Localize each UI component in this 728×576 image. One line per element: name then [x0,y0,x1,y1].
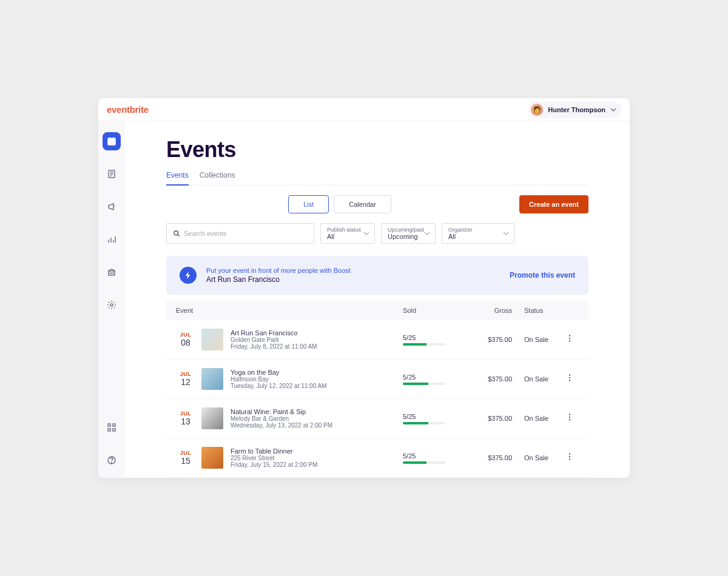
svg-point-25 [569,335,570,337]
chevron-down-icon [363,230,369,236]
event-title: Natural Wine: Paint & Sip [231,408,403,415]
promote-event-link[interactable]: Promote this event [510,271,575,280]
event-list: JUL 08 Art Run San Francisco Golden Gate… [166,320,588,478]
tab-events[interactable]: Events [166,171,189,186]
tab-collections[interactable]: Collections [200,171,235,185]
table-header: Event Sold Gross Status [166,301,588,320]
event-gross: $375.00 [463,454,512,461]
filter-time[interactable]: Upcoming/past Upcoming [381,223,436,244]
event-gross: $375.00 [463,415,512,422]
event-title: Farm to Table Dinner [231,447,403,455]
event-month: JUL [176,450,195,456]
nav-help-icon[interactable] [103,451,121,469]
event-day: 12 [176,377,195,387]
event-sold: 5/25 [403,334,463,346]
chevron-down-icon [503,230,509,236]
event-date: JUL 12 [176,371,195,387]
event-date: JUL 13 [176,410,195,426]
dropdown-label: Upcoming/past [388,227,429,233]
sidebar [98,121,125,478]
event-gross: $375.00 [463,336,512,343]
row-menu-button[interactable] [561,373,579,384]
event-info: Farm to Table Dinner 225 River Street Fr… [231,447,403,468]
svg-point-33 [569,419,570,420]
svg-point-23 [174,231,178,235]
user-name: Hunter Thompson [548,106,605,113]
search-box[interactable] [166,223,314,244]
boost-event-name: Art Run San Francisco [206,275,500,284]
filter-publish-status[interactable]: Publish status All [320,223,375,244]
event-row[interactable]: JUL 12 Yoga on the Bay Halfmoon Bay Tues… [166,360,588,399]
event-info: Art Run San Francisco Golden Gate Park F… [231,329,403,350]
svg-rect-20 [113,429,115,431]
event-sold: 5/25 [403,373,463,385]
event-day: 08 [176,338,195,347]
nav-events-icon[interactable] [103,132,121,150]
event-row[interactable]: JUL 15 Farm to Table Dinner 225 River St… [166,438,588,478]
event-sold: 5/25 [403,413,463,424]
svg-point-32 [569,417,570,418]
svg-point-16 [110,304,113,306]
event-row[interactable]: JUL 08 Art Run San Francisco Golden Gate… [166,320,588,360]
sold-text: 5/25 [403,334,463,341]
brand-logo[interactable]: eventbrite [107,104,149,115]
create-event-button[interactable]: Create an event [519,195,588,213]
view-toggle: List Calendar [288,195,391,213]
event-datetime: Tuesday, July 12, 2022 at 11:00 AM [231,383,403,389]
event-month: JUL [176,371,195,377]
row-menu-button[interactable] [561,413,579,424]
nav-marketing-icon[interactable] [103,198,121,216]
svg-point-26 [569,338,570,339]
boost-text: Put your event in front of more people w… [206,267,500,284]
event-location: Melody Bar & Garden [231,415,403,422]
event-thumbnail [201,329,223,350]
event-location: Golden Gate Park [231,337,403,343]
event-info: Natural Wine: Paint & Sip Melody Bar & G… [231,408,403,429]
row-menu-button[interactable] [561,334,579,345]
col-sold: Sold [403,307,463,314]
event-title: Art Run San Francisco [231,329,403,337]
nav-settings-icon[interactable] [103,296,121,314]
view-calendar-button[interactable]: Calendar [334,195,391,213]
progress-bar [403,343,445,346]
event-info: Yoga on the Bay Halfmoon Bay Tuesday, Ju… [231,369,403,389]
event-sold: 5/25 [403,452,463,464]
nav-orders-icon[interactable] [103,165,121,183]
svg-point-35 [569,456,570,457]
svg-rect-17 [108,424,110,426]
nav-reports-icon[interactable] [103,230,121,249]
svg-point-29 [569,377,570,378]
event-day: 15 [176,456,195,466]
progress-bar [403,422,445,424]
row-menu-button[interactable] [561,452,579,463]
event-status: On Sale [512,454,561,461]
event-row[interactable]: JUL 13 Natural Wine: Paint & Sip Melody … [166,399,588,438]
svg-rect-0 [108,138,115,145]
more-icon [565,334,574,343]
view-list-button[interactable]: List [288,195,329,213]
event-gross: $375.00 [463,375,512,383]
event-location: 225 River Street [231,455,403,461]
sold-text: 5/25 [403,413,463,420]
svg-point-36 [569,458,570,460]
page-title: Events [166,137,588,162]
nav-finance-icon[interactable] [103,263,121,281]
search-input[interactable] [184,230,308,237]
filter-organizer[interactable]: Organizer All [442,223,514,244]
event-thumbnail [201,447,223,469]
event-location: Halfmoon Bay [231,376,403,383]
progress-bar [403,383,445,385]
col-gross: Gross [463,307,512,314]
user-menu[interactable]: 🧑 Hunter Thompson [528,101,621,118]
event-title: Yoga on the Bay [231,369,403,376]
more-icon [565,452,574,461]
nav-apps-icon[interactable] [103,418,121,437]
topbar: eventbrite 🧑 Hunter Thompson [98,98,630,121]
app-window: eventbrite 🧑 Hunter Thompson [98,98,630,478]
svg-line-24 [178,235,180,236]
svg-rect-18 [113,424,115,426]
dropdown-label: Publish status [327,227,368,233]
event-status: On Sale [512,415,561,422]
event-date: JUL 15 [176,450,195,466]
avatar: 🧑 [531,104,543,116]
